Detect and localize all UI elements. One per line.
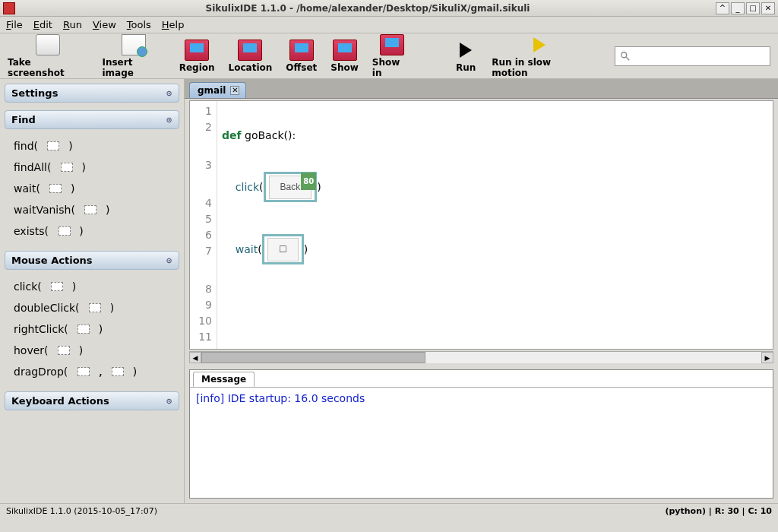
panel-mouse: Mouse Actions ⊙ click( ) doubleClick( ) … (5, 251, 179, 384)
pattern-thumb-icon (84, 205, 96, 214)
pattern-thumbnail[interactable]: ☐ (262, 234, 304, 264)
pattern-thumb-icon (51, 282, 63, 291)
menubar: File Edit Run View Tools Help (0, 17, 778, 33)
minimize-button[interactable]: _ (731, 2, 745, 14)
tab-label: gmail (198, 85, 226, 96)
toolbar-label: Show in (372, 57, 412, 78)
location-icon (238, 40, 262, 61)
rollup-button[interactable]: ^ (716, 2, 729, 14)
cmd-doubleclick[interactable]: doubleClick( ) (12, 297, 175, 318)
menu-run[interactable]: Run (63, 19, 82, 30)
cmd-exists[interactable]: exists( ) (12, 220, 175, 242)
search-input[interactable] (634, 51, 765, 62)
panel-find: Find ⊙ find( ) findAll( ) wait( ) waitVa… (5, 110, 179, 243)
panel-header-keyboard[interactable]: Keyboard Actions ⊙ (5, 391, 179, 410)
pattern-thumb-icon (77, 367, 90, 376)
toolbar-label: Take screenshot (8, 57, 88, 78)
message-body: [info] IDE startup: 16.0 seconds (190, 387, 773, 498)
play-icon (454, 40, 478, 61)
toolbar: Take screenshot Insert image Region Loca… (0, 33, 778, 79)
cmd-waitvanish[interactable]: waitVanish( ) (12, 199, 175, 220)
cmd-find[interactable]: find( ) (12, 135, 175, 157)
chevron-down-icon: ⊙ (166, 89, 172, 97)
scroll-thumb[interactable] (201, 352, 425, 363)
toolbar-label: Region (179, 62, 215, 73)
message-tabs: Message (190, 370, 773, 387)
cmd-wait[interactable]: wait( ) (12, 178, 175, 199)
app-icon (3, 2, 15, 14)
message-panel: Message [info] IDE startup: 16.0 seconds (189, 369, 773, 499)
panel-title: Settings (11, 87, 58, 99)
scroll-right-arrow[interactable]: ▶ (761, 352, 773, 363)
sidebar: Settings ⊙ Find ⊙ find( ) findAll( ) wai… (0, 79, 185, 503)
maximize-button[interactable]: □ (746, 2, 760, 14)
svg-point-0 (621, 52, 627, 57)
toolbar-label: Run (456, 62, 476, 73)
region-button[interactable]: Region (179, 40, 215, 73)
run-slow-button[interactable]: Run in slow motion (492, 34, 587, 78)
chevron-down-icon: ⊙ (166, 397, 172, 405)
pattern-thumbnail[interactable]: Back80 (264, 172, 318, 202)
pattern-thumb-icon (89, 303, 101, 312)
show-in-icon (380, 34, 404, 55)
window-controls: ^ _ □ ✕ (716, 2, 775, 14)
toolbar-label: Show (330, 62, 359, 73)
code-body[interactable]: def goBack(): click(Back80) wait(☐) find… (217, 101, 773, 349)
location-button[interactable]: Location (229, 40, 273, 73)
close-icon[interactable]: ✕ (230, 86, 239, 95)
panel-header-settings[interactable]: Settings ⊙ (5, 84, 179, 103)
pattern-thumb-icon (112, 367, 124, 376)
cmd-findall[interactable]: findAll( ) (12, 157, 175, 178)
run-button[interactable]: Run (454, 40, 478, 73)
line-gutter: 1 2 3 4 5 6 7 8 9 10 11 12 13 (190, 101, 217, 349)
panel-title: Mouse Actions (11, 255, 93, 266)
menu-file[interactable]: File (6, 19, 23, 30)
panel-header-find[interactable]: Find ⊙ (5, 110, 179, 129)
panel-settings: Settings ⊙ (5, 84, 179, 103)
scroll-left-arrow[interactable]: ◀ (189, 352, 201, 363)
code-editor[interactable]: 1 2 3 4 5 6 7 8 9 10 11 12 13 def goBack… (189, 100, 773, 350)
cmd-hover[interactable]: hover( ) (12, 340, 175, 361)
pattern-thumb-icon (59, 226, 71, 236)
cmd-dragdrop[interactable]: dragDrop( , ) (12, 361, 175, 382)
pattern-thumb-icon (58, 346, 70, 355)
offset-icon (289, 40, 314, 61)
panel-title: Keyboard Actions (11, 395, 109, 407)
window-titlebar: SikulixIDE 1.1.0 - /home/alexander/Deskt… (0, 0, 778, 17)
camera-icon (36, 34, 60, 55)
menu-help[interactable]: Help (162, 19, 185, 30)
search-box[interactable] (615, 46, 770, 66)
search-icon (620, 51, 631, 62)
menu-tools[interactable]: Tools (127, 19, 151, 30)
take-screenshot-button[interactable]: Take screenshot (8, 34, 88, 78)
menu-edit[interactable]: Edit (33, 19, 52, 30)
pattern-thumb-icon (77, 325, 90, 334)
play-slow-icon (527, 34, 552, 55)
svg-line-1 (626, 56, 629, 59)
window-title: SikulixIDE 1.1.0 - /home/alexander/Deskt… (20, 3, 716, 14)
toolbar-label: Insert image (102, 57, 165, 78)
show-icon (333, 40, 357, 61)
horizontal-scrollbar[interactable]: ◀ ▶ (189, 351, 773, 363)
offset-button[interactable]: Offset (286, 40, 317, 73)
show-button[interactable]: Show (330, 40, 359, 73)
close-button[interactable]: ✕ (761, 2, 775, 14)
status-right: (python) | R: 30 | C: 10 (665, 506, 772, 516)
status-left: SikulixIDE 1.1.0 (2015-10-05_17:07) (6, 506, 665, 516)
tab-message[interactable]: Message (193, 372, 255, 388)
chevron-up-icon: ⊙ (166, 256, 172, 264)
toolbar-label: Offset (286, 62, 317, 73)
tab-gmail[interactable]: gmail ✕ (189, 82, 246, 98)
region-icon (185, 40, 209, 61)
show-in-button[interactable]: Show in (372, 34, 412, 78)
panel-keyboard: Keyboard Actions ⊙ (5, 391, 179, 410)
cmd-click[interactable]: click( ) (12, 276, 175, 297)
cmd-rightclick[interactable]: rightClick( ) (12, 318, 175, 340)
panel-header-mouse[interactable]: Mouse Actions ⊙ (5, 251, 179, 270)
insert-image-button[interactable]: Insert image (102, 34, 165, 78)
toolbar-label: Location (229, 62, 273, 73)
menu-view[interactable]: View (93, 19, 116, 30)
pattern-thumb-icon (61, 163, 73, 172)
toolbar-label: Run in slow motion (492, 57, 587, 78)
statusbar: SikulixIDE 1.1.0 (2015-10-05_17:07) (pyt… (0, 503, 778, 518)
